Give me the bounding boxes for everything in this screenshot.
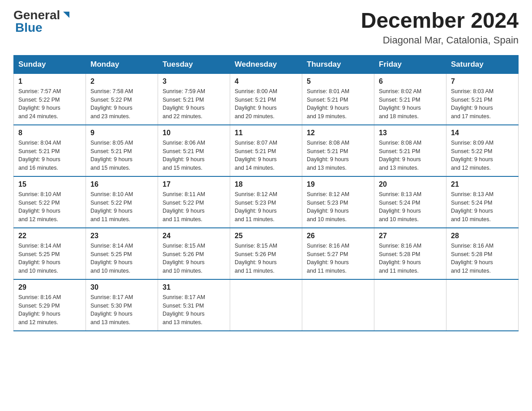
day-info: Sunrise: 8:11 AM Sunset: 5:22 PM Dayligh… bbox=[163, 190, 225, 224]
calendar-header-row: SundayMondayTuesdayWednesdayThursdayFrid… bbox=[14, 55, 519, 73]
day-number: 15 bbox=[18, 180, 81, 188]
logo-general-text: General bbox=[13, 9, 60, 21]
day-number: 25 bbox=[235, 232, 297, 240]
day-number: 21 bbox=[451, 180, 514, 188]
calendar-cell: 4 Sunrise: 8:00 AM Sunset: 5:21 PM Dayli… bbox=[230, 73, 302, 125]
logo-blue-text: Blue bbox=[15, 21, 43, 34]
calendar-table: SundayMondayTuesdayWednesdayThursdayFrid… bbox=[13, 55, 519, 331]
page-header: General Blue December 2024 Diagonal Mar,… bbox=[13, 9, 519, 46]
day-number: 10 bbox=[163, 129, 225, 137]
day-number: 24 bbox=[163, 232, 225, 240]
day-number: 12 bbox=[307, 129, 369, 137]
day-number: 17 bbox=[163, 180, 225, 188]
calendar-cell: 19 Sunrise: 8:12 AM Sunset: 5:23 PM Dayl… bbox=[302, 176, 374, 228]
day-info: Sunrise: 8:08 AM Sunset: 5:21 PM Dayligh… bbox=[379, 139, 442, 172]
title-block: December 2024 Diagonal Mar, Catalonia, S… bbox=[361, 9, 519, 46]
calendar-cell: 7 Sunrise: 8:03 AM Sunset: 5:21 PM Dayli… bbox=[446, 73, 519, 125]
day-info: Sunrise: 7:57 AM Sunset: 5:22 PM Dayligh… bbox=[18, 87, 81, 121]
calendar-cell: 5 Sunrise: 8:01 AM Sunset: 5:21 PM Dayli… bbox=[302, 73, 374, 125]
calendar-week-row: 8 Sunrise: 8:04 AM Sunset: 5:21 PM Dayli… bbox=[14, 125, 519, 176]
day-number: 9 bbox=[90, 129, 153, 137]
day-info: Sunrise: 7:58 AM Sunset: 5:22 PM Dayligh… bbox=[90, 87, 153, 121]
day-number: 29 bbox=[18, 283, 81, 291]
logo-block: General Blue bbox=[13, 9, 71, 34]
calendar-cell bbox=[374, 279, 446, 331]
location-subtitle: Diagonal Mar, Catalonia, Spain bbox=[361, 34, 519, 46]
day-number: 30 bbox=[90, 283, 153, 291]
day-number: 31 bbox=[163, 283, 225, 291]
calendar-week-row: 15 Sunrise: 8:10 AM Sunset: 5:22 PM Dayl… bbox=[14, 176, 519, 228]
calendar-cell: 31 Sunrise: 8:17 AM Sunset: 5:31 PM Dayl… bbox=[158, 279, 230, 331]
day-number: 13 bbox=[379, 129, 442, 137]
header-friday: Friday bbox=[374, 55, 446, 73]
calendar-cell: 20 Sunrise: 8:13 AM Sunset: 5:24 PM Dayl… bbox=[374, 176, 446, 228]
svg-marker-0 bbox=[63, 12, 69, 18]
day-info: Sunrise: 8:03 AM Sunset: 5:21 PM Dayligh… bbox=[451, 87, 514, 121]
calendar-cell: 16 Sunrise: 8:10 AM Sunset: 5:22 PM Dayl… bbox=[86, 176, 158, 228]
day-info: Sunrise: 8:10 AM Sunset: 5:22 PM Dayligh… bbox=[90, 190, 153, 224]
day-number: 1 bbox=[18, 77, 81, 86]
calendar-cell: 18 Sunrise: 8:12 AM Sunset: 5:23 PM Dayl… bbox=[230, 176, 302, 228]
day-info: Sunrise: 8:01 AM Sunset: 5:21 PM Dayligh… bbox=[307, 87, 369, 121]
day-info: Sunrise: 8:04 AM Sunset: 5:21 PM Dayligh… bbox=[18, 139, 81, 172]
day-number: 23 bbox=[90, 232, 153, 240]
calendar-cell: 6 Sunrise: 8:02 AM Sunset: 5:21 PM Dayli… bbox=[374, 73, 446, 125]
calendar-cell: 22 Sunrise: 8:14 AM Sunset: 5:25 PM Dayl… bbox=[14, 228, 86, 279]
day-number: 6 bbox=[379, 77, 442, 86]
logo: General Blue bbox=[13, 9, 71, 34]
calendar-cell: 25 Sunrise: 8:15 AM Sunset: 5:26 PM Dayl… bbox=[230, 228, 302, 279]
day-info: Sunrise: 8:05 AM Sunset: 5:21 PM Dayligh… bbox=[90, 139, 153, 172]
day-number: 20 bbox=[379, 180, 442, 188]
calendar-cell: 30 Sunrise: 8:17 AM Sunset: 5:30 PM Dayl… bbox=[86, 279, 158, 331]
calendar-week-row: 1 Sunrise: 7:57 AM Sunset: 5:22 PM Dayli… bbox=[14, 73, 519, 125]
calendar-cell: 12 Sunrise: 8:08 AM Sunset: 5:21 PM Dayl… bbox=[302, 125, 374, 176]
calendar-cell: 26 Sunrise: 8:16 AM Sunset: 5:27 PM Dayl… bbox=[302, 228, 374, 279]
day-info: Sunrise: 8:08 AM Sunset: 5:21 PM Dayligh… bbox=[307, 139, 369, 172]
calendar-cell: 13 Sunrise: 8:08 AM Sunset: 5:21 PM Dayl… bbox=[374, 125, 446, 176]
calendar-cell: 24 Sunrise: 8:15 AM Sunset: 5:26 PM Dayl… bbox=[158, 228, 230, 279]
day-info: Sunrise: 8:17 AM Sunset: 5:31 PM Dayligh… bbox=[163, 293, 225, 327]
month-year-title: December 2024 bbox=[361, 9, 519, 33]
header-wednesday: Wednesday bbox=[230, 55, 302, 73]
day-number: 27 bbox=[379, 232, 442, 240]
day-number: 8 bbox=[18, 129, 81, 137]
calendar-week-row: 29 Sunrise: 8:16 AM Sunset: 5:29 PM Dayl… bbox=[14, 279, 519, 331]
calendar-cell: 11 Sunrise: 8:07 AM Sunset: 5:21 PM Dayl… bbox=[230, 125, 302, 176]
calendar-cell: 9 Sunrise: 8:05 AM Sunset: 5:21 PM Dayli… bbox=[86, 125, 158, 176]
day-info: Sunrise: 8:13 AM Sunset: 5:24 PM Dayligh… bbox=[379, 190, 442, 224]
header-monday: Monday bbox=[86, 55, 158, 73]
calendar-cell: 3 Sunrise: 7:59 AM Sunset: 5:21 PM Dayli… bbox=[158, 73, 230, 125]
day-info: Sunrise: 8:12 AM Sunset: 5:23 PM Dayligh… bbox=[235, 190, 297, 224]
day-info: Sunrise: 8:14 AM Sunset: 5:25 PM Dayligh… bbox=[18, 242, 81, 275]
day-info: Sunrise: 8:14 AM Sunset: 5:25 PM Dayligh… bbox=[90, 242, 153, 275]
day-number: 26 bbox=[307, 232, 369, 240]
day-info: Sunrise: 8:02 AM Sunset: 5:21 PM Dayligh… bbox=[379, 87, 442, 121]
day-number: 2 bbox=[90, 77, 153, 86]
header-saturday: Saturday bbox=[446, 55, 519, 73]
calendar-cell: 2 Sunrise: 7:58 AM Sunset: 5:22 PM Dayli… bbox=[86, 73, 158, 125]
calendar-cell bbox=[302, 279, 374, 331]
day-number: 14 bbox=[451, 129, 514, 137]
day-info: Sunrise: 8:15 AM Sunset: 5:26 PM Dayligh… bbox=[235, 242, 297, 275]
day-info: Sunrise: 8:12 AM Sunset: 5:23 PM Dayligh… bbox=[307, 190, 369, 224]
calendar-cell: 1 Sunrise: 7:57 AM Sunset: 5:22 PM Dayli… bbox=[14, 73, 86, 125]
calendar-cell bbox=[230, 279, 302, 331]
calendar-cell: 8 Sunrise: 8:04 AM Sunset: 5:21 PM Dayli… bbox=[14, 125, 86, 176]
calendar-cell: 15 Sunrise: 8:10 AM Sunset: 5:22 PM Dayl… bbox=[14, 176, 86, 228]
calendar-cell: 28 Sunrise: 8:16 AM Sunset: 5:28 PM Dayl… bbox=[446, 228, 519, 279]
day-info: Sunrise: 8:16 AM Sunset: 5:28 PM Dayligh… bbox=[451, 242, 514, 275]
day-info: Sunrise: 8:07 AM Sunset: 5:21 PM Dayligh… bbox=[235, 139, 297, 172]
day-info: Sunrise: 8:17 AM Sunset: 5:30 PM Dayligh… bbox=[90, 293, 153, 327]
calendar-cell bbox=[446, 279, 519, 331]
day-number: 16 bbox=[90, 180, 153, 188]
day-number: 3 bbox=[163, 77, 225, 86]
day-number: 19 bbox=[307, 180, 369, 188]
calendar-cell: 21 Sunrise: 8:13 AM Sunset: 5:24 PM Dayl… bbox=[446, 176, 519, 228]
calendar-cell: 14 Sunrise: 8:09 AM Sunset: 5:22 PM Dayl… bbox=[446, 125, 519, 176]
calendar-cell: 27 Sunrise: 8:16 AM Sunset: 5:28 PM Dayl… bbox=[374, 228, 446, 279]
header-thursday: Thursday bbox=[302, 55, 374, 73]
calendar-cell: 29 Sunrise: 8:16 AM Sunset: 5:29 PM Dayl… bbox=[14, 279, 86, 331]
calendar-cell: 10 Sunrise: 8:06 AM Sunset: 5:21 PM Dayl… bbox=[158, 125, 230, 176]
calendar-week-row: 22 Sunrise: 8:14 AM Sunset: 5:25 PM Dayl… bbox=[14, 228, 519, 279]
day-info: Sunrise: 7:59 AM Sunset: 5:21 PM Dayligh… bbox=[163, 87, 225, 121]
